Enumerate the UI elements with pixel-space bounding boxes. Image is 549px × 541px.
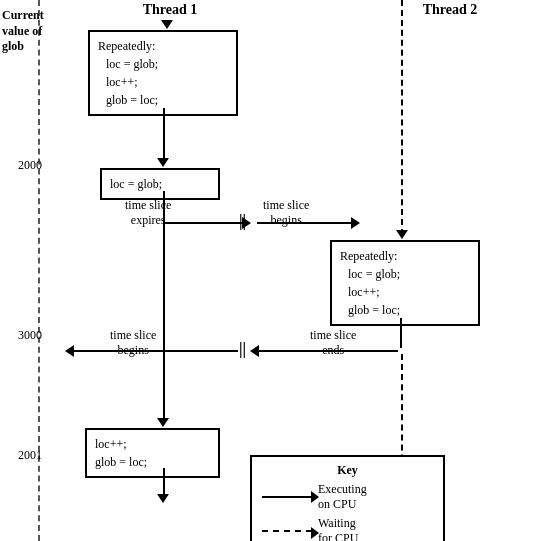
key-title: Key [262,463,433,478]
axis-label: Current value of glob [2,8,44,55]
thread1-header: Thread 1 [110,2,230,18]
line-to-box4 [163,221,165,421]
key-waiting-label: Waiting for CPU [318,516,358,541]
key-solid-line [262,496,312,498]
key-row-waiting: Waiting for CPU [262,516,433,541]
key-executing-label: Executing on CPU [318,482,367,512]
key-dashed-line [262,530,312,532]
timeslice-expires-arrow [163,222,243,224]
vbar-1: || [239,212,246,230]
box-repeatedly-1: Repeatedly: loc = glob; loc++; glob = lo… [88,30,238,116]
diagram: Current value of glob 2000 3000 2001 Thr… [0,0,549,541]
box-loc-glob: loc = glob; [100,168,220,200]
timeslice-begins-label-2: time slice begins [110,328,156,358]
arrow-bottom [157,494,169,503]
arrow-into-box1 [161,20,173,29]
vbar-2: || [239,340,246,358]
key-row-executing: Executing on CPU [262,482,433,512]
timeslice-ends-label: time slice ends [310,328,356,358]
thread2-dashed-line [401,0,403,235]
axis-value-2000: 2000 [18,158,42,173]
axis-value-3000: 3000 [18,328,42,343]
line-from-box3 [400,318,402,348]
arrow-into-box4 [157,418,169,427]
box-loc-inc: loc++; glob = loc; [85,428,220,478]
arrow-into-box2 [157,158,169,167]
timeslice-begins-arrow-1 [257,222,352,224]
key-box: Key Executing on CPU Waiting for CPU [250,455,445,541]
line-box1-to-box2 [163,108,165,163]
timeslice-begins-arrow-2 [73,350,238,352]
box-repeatedly-2: Repeatedly: loc = glob; loc++; glob = lo… [330,240,480,326]
thread2-header: Thread 2 [390,2,510,18]
axis-value-2001: 2001 [18,448,42,463]
